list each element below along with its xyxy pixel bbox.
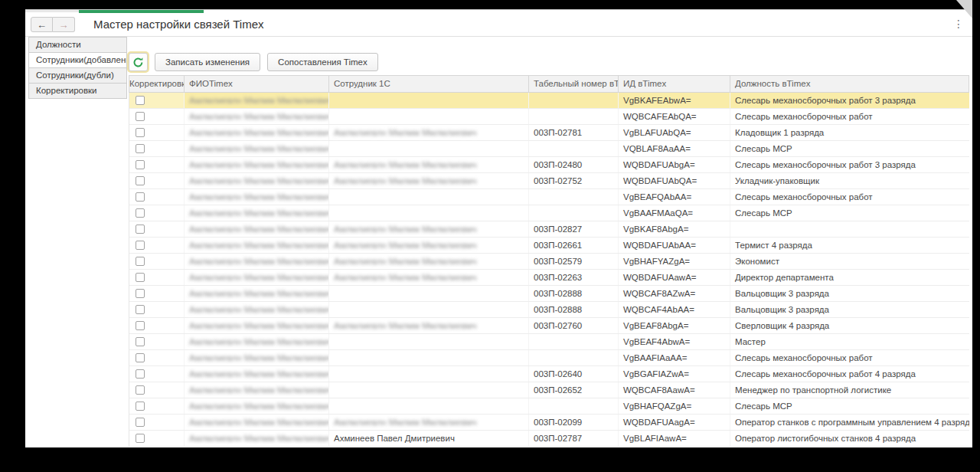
table-row[interactable]: Амлмлиевлн Ммлмм МмлмлиевмчАмлмлиевлн Мм…	[129, 415, 969, 431]
column-header[interactable]: Сотрудник 1С	[329, 76, 529, 92]
fio-timex-cell: Амлмлиевлн Ммлмм Ммлмлиевмч	[185, 141, 329, 156]
sidebar-tab[interactable]: Сотрудники(дубли)	[28, 67, 127, 84]
table-row[interactable]: Амлмлиевлн Ммлмм МмлмлиевмчVgBEAFQAbAA=С…	[129, 189, 969, 205]
correction-cell	[129, 109, 185, 124]
row-checkbox[interactable]	[136, 96, 145, 105]
redacted-name: Амлмлиевлн Ммлмм Ммлмлиевмч	[334, 254, 477, 269]
timex-id-cell: VgBLAFUAbQA=	[619, 125, 730, 140]
tab-number-cell: 003П-02781	[529, 125, 619, 140]
redacted-name: Амлмлиевлн Ммлмм Ммлмлиевмч	[334, 157, 477, 172]
sidebar-tab[interactable]: Корректировки	[28, 83, 127, 99]
row-checkbox[interactable]	[136, 112, 145, 121]
row-checkbox[interactable]	[136, 144, 145, 153]
table-row[interactable]: Амлмлиевлн Ммлмм МмлмлиевмчАмлмлиевлн Мм…	[129, 157, 969, 173]
correction-cell	[129, 334, 185, 349]
row-checkbox[interactable]	[136, 434, 145, 443]
employee-1c-cell	[329, 366, 529, 382]
fio-timex-cell: Амлмлиевлн Ммлмм Ммлмлиевмч	[185, 125, 329, 140]
row-checkbox[interactable]	[136, 369, 145, 379]
table-row[interactable]: Амлмлиевлн Ммлмм Ммлмлиевмч003П-02640VgB…	[129, 366, 969, 382]
back-button[interactable]: ←	[31, 17, 53, 32]
correction-cell	[129, 125, 185, 140]
tab-number-cell: 003П-02787	[529, 431, 619, 446]
table-row[interactable]: Амлмлиевлн Ммлмм МмлмлиевмчVgBHAFQAZgA=С…	[129, 398, 969, 415]
refresh-icon	[132, 57, 144, 68]
row-checkbox[interactable]	[136, 337, 145, 346]
row-checkbox[interactable]	[136, 208, 145, 218]
redacted-name: Амлмлиевлн Ммлмм Ммлмлиевмч	[189, 93, 324, 108]
timex-id-cell: WQBCAF8AZwA=	[619, 286, 730, 301]
table-row[interactable]: Амлмлиевлн Ммлмм МмлмлиевмчVQBLAF8AaAA=С…	[129, 141, 969, 157]
row-checkbox[interactable]	[136, 353, 145, 362]
column-header[interactable]: ИД вTimex	[619, 76, 730, 92]
employee-1c-cell: Ахминеев Павел Дмитриевич	[329, 431, 529, 446]
table-row[interactable]: Амлмлиевлн Ммлмм Ммлмлиевмч003П-02888WQB…	[129, 302, 969, 318]
table-row[interactable]: Амлмлиевлн Ммлмм МмлмлиевмчАмлмлиевлн Мм…	[129, 270, 969, 286]
position-cell: Кладовщик 1 разряда	[730, 125, 969, 140]
column-header[interactable]: ФИОTimex	[185, 76, 329, 92]
table-row[interactable]: Амлмлиевлн Ммлмм МмлмлиевмчVgBKAFEAbwA=С…	[129, 93, 969, 109]
back-arrow-icon: ←	[37, 20, 47, 30]
employee-1c-cell	[329, 302, 529, 317]
fio-timex-cell: Амлмлиевлн Ммлмм Ммлмлиевмч	[185, 334, 329, 349]
row-checkbox[interactable]	[136, 128, 145, 137]
fio-timex-cell: Амлмлиевлн Ммлмм Ммлмлиевмч	[185, 189, 329, 205]
row-checkbox[interactable]	[136, 289, 145, 298]
position-cell: Слесарь механосборочных работ 3 разряда	[730, 93, 969, 108]
fio-timex-cell: Амлмлиевлн Ммлмм Ммлмлиевмч	[185, 302, 329, 317]
save-changes-button[interactable]: Записать изменения	[155, 53, 260, 71]
redacted-name: Амлмлиевлн Ммлмм Ммлмлиевмч	[189, 415, 324, 430]
table-row[interactable]: Амлмлиевлн Ммлмм МмлмлиевмчWQBCAFEAbQA=С…	[129, 109, 969, 125]
row-checkbox[interactable]	[136, 257, 145, 266]
table-row[interactable]: Амлмлиевлн Ммлмм МмлмлиевмчАмлмлиевлн Мм…	[129, 238, 969, 254]
sidebar-tab[interactable]: Должности	[28, 37, 127, 53]
position-cell: Сверловщик 4 разряда	[730, 318, 969, 333]
position-cell: Слесарь механосборочных работ 3 разряда	[730, 157, 969, 172]
fio-timex-cell: Амлмлиевлн Ммлмм Ммлмлиевмч	[185, 254, 329, 269]
table-row[interactable]: Амлмлиевлн Ммлмм Ммлмлиевмч003П-02652WQB…	[129, 382, 969, 398]
column-header[interactable]: Корректировка	[129, 76, 185, 92]
column-header[interactable]: Табельный номер вTimex	[529, 76, 619, 92]
table-row[interactable]: Амлмлиевлн Ммлмм МмлмлиевмчАмлмлиевлн Мм…	[129, 125, 969, 141]
table-row[interactable]: Амлмлиевлн Ммлмм МмлмлиевмчАмлмлиевлн Мм…	[129, 221, 969, 238]
row-checkbox[interactable]	[136, 176, 145, 185]
correction-cell	[129, 254, 185, 269]
redacted-name: Амлмлиевлн Ммлмм Ммлмлиевмч	[189, 318, 324, 333]
table-row[interactable]: Амлмлиевлн Ммлмм МмлмлиевмчАмлмлиевлн Мм…	[129, 318, 969, 334]
row-checkbox[interactable]	[136, 305, 145, 314]
sidebar-tab[interactable]: Сотрудники(добавление)	[28, 52, 127, 68]
column-header[interactable]: Должность вTimex	[730, 76, 969, 92]
table-row[interactable]: Амлмлиевлн Ммлмм Ммлмлиевмч003П-02888WQB…	[129, 286, 969, 302]
employee-1c-cell: Амлмлиевлн Ммлмм Ммлмлиевмч	[329, 125, 529, 140]
row-checkbox[interactable]	[136, 418, 145, 427]
position-cell: Укладчик-упаковщик	[730, 173, 969, 188]
row-checkbox[interactable]	[136, 385, 145, 395]
redacted-name: Амлмлиевлн Ммлмм Ммлмлиевмч	[334, 238, 477, 253]
table-row[interactable]: Амлмлиевлн Ммлмм МмлмлиевмчАмлмлиевлн Мм…	[129, 254, 969, 270]
position-cell: Слесарь механосборочных работ	[730, 109, 969, 124]
refresh-button[interactable]	[129, 53, 148, 71]
fio-timex-cell: Амлмлиевлн Ммлмм Ммлмлиевмч	[185, 366, 329, 382]
correction-cell	[129, 141, 185, 156]
row-checkbox[interactable]	[136, 192, 145, 202]
timex-id-cell: VQBLAF8AaAA=	[619, 141, 730, 156]
more-menu-icon[interactable]: ⋮	[953, 16, 964, 31]
row-checkbox[interactable]	[136, 225, 145, 234]
fio-timex-cell: Амлмлиевлн Ммлмм Ммлмлиевмч	[185, 431, 329, 446]
row-checkbox[interactable]	[136, 160, 145, 169]
table-row[interactable]: Амлмлиевлн Ммлмм МмлмлиевмчVgBAAFIAaAA=С…	[129, 350, 969, 366]
table-row[interactable]: Амлмлиевлн Ммлмм МмлмлиевмчVgBAAFMAaQA=С…	[129, 205, 969, 221]
position-cell	[730, 221, 969, 237]
table-row[interactable]: Амлмлиевлн Ммлмм МмлмлиевмчVgBEAF4AbwA=М…	[129, 334, 969, 350]
fio-timex-cell: Амлмлиевлн Ммлмм Ммлмлиевмч	[185, 398, 329, 414]
row-checkbox[interactable]	[136, 402, 145, 411]
employee-1c-cell	[329, 382, 529, 398]
forward-button[interactable]: →	[53, 17, 75, 32]
timex-mapping-button[interactable]: Сопоставления Timex	[267, 53, 378, 71]
table-row[interactable]: Амлмлиевлн Ммлмм МмлмлиевмчАмлмлиевлн Мм…	[129, 173, 969, 189]
row-checkbox[interactable]	[136, 273, 145, 282]
row-checkbox[interactable]	[136, 321, 145, 330]
timex-id-cell: VgBEAF8AbgA=	[619, 318, 730, 333]
row-checkbox[interactable]	[136, 241, 145, 250]
table-row[interactable]: Амлмлиевлн Ммлмм МмлмлиевмчАхминеев Паве…	[129, 431, 969, 447]
